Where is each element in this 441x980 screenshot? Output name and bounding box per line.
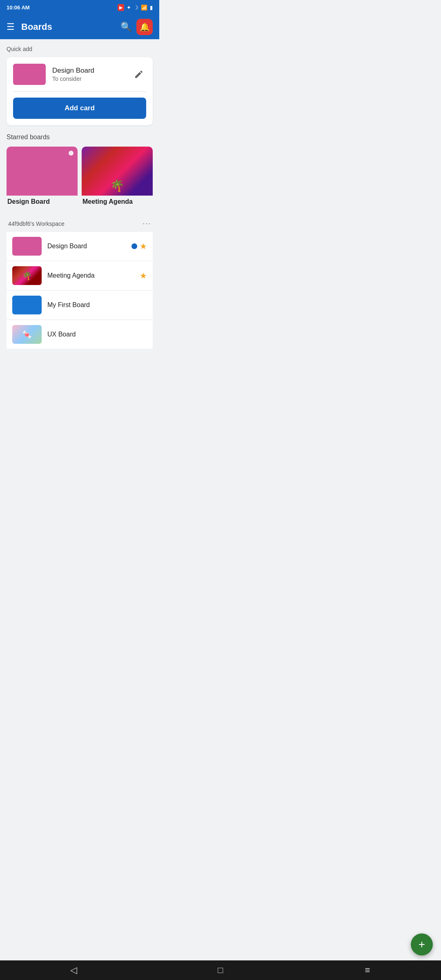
status-time: 10:06 AM [7, 4, 30, 11]
divider [13, 91, 146, 92]
workspace-header: 44f9dbf6's Workspace ··· [7, 214, 153, 232]
workspace-board-ux-name: UX Board [47, 331, 141, 338]
starred-board-design-dot [69, 151, 74, 156]
workspace-more-button[interactable]: ··· [143, 219, 151, 228]
workspace-section: 44f9dbf6's Workspace ··· Design Board ★ … [7, 214, 153, 349]
starred-boards-label: Starred boards [7, 134, 153, 141]
app-header: ☰ Boards 🔍 🔔 [0, 15, 159, 39]
workspace-board-meeting-badges: ★ [140, 271, 147, 281]
add-card-button[interactable]: Add card [13, 98, 146, 119]
notifications-button[interactable]: 🔔 [136, 19, 153, 35]
workspace-board-design-thumbnail [12, 237, 42, 256]
workspace-board-meeting[interactable]: 🌴 Meeting Agenda ★ [7, 261, 153, 290]
workspace-board-ux[interactable]: 🍬 UX Board [7, 320, 153, 349]
quick-add-board-thumbnail [13, 64, 46, 85]
workspace-board-design-name: Design Board [47, 243, 126, 250]
wifi-icon: 📶 [141, 4, 147, 11]
board-meeting-star-icon[interactable]: ★ [140, 271, 147, 281]
workspace-board-first-name: My First Board [47, 301, 141, 309]
quick-add-board-info: Design Board To consider [52, 67, 125, 82]
quick-add-board-list: To consider [52, 76, 125, 82]
starred-board-meeting-thumbnail: 🌴 [82, 147, 153, 196]
status-icons: ▶ ✦ ☽ 📶 ▮ [118, 4, 153, 11]
bluetooth-icon: ✦ [127, 4, 131, 11]
starred-board-meeting[interactable]: 🌴 Meeting Agenda [82, 147, 153, 205]
board-activity-dot [131, 243, 137, 249]
quick-add-board-item: Design Board To consider [13, 64, 146, 85]
quick-add-board-name: Design Board [52, 67, 125, 75]
workspace-board-first[interactable]: My First Board [7, 291, 153, 319]
starred-board-design-thumbnail [7, 147, 78, 196]
search-button[interactable]: 🔍 [120, 22, 131, 32]
workspace-board-ux-thumbnail: 🍬 [12, 325, 42, 344]
moon-icon: ☽ [134, 4, 138, 11]
workspace-board-meeting-thumbnail: 🌴 [12, 266, 42, 285]
battery-icon: ▮ [150, 4, 153, 11]
quick-add-card: Design Board To consider Add card [7, 57, 153, 125]
status-bar: 10:06 AM ▶ ✦ ☽ 📶 ▮ [0, 0, 159, 15]
starred-board-design[interactable]: Design Board [7, 147, 78, 205]
workspace-board-first-thumbnail [12, 296, 42, 314]
starred-board-meeting-name: Meeting Agenda [82, 198, 153, 205]
workspace-board-design-badges: ★ [131, 241, 147, 251]
video-call-icon: ▶ [118, 4, 124, 11]
starred-board-design-name: Design Board [7, 198, 78, 205]
main-content: Quick add Design Board To consider Add c… [0, 39, 159, 359]
page-title: Boards [21, 22, 120, 32]
workspace-board-meeting-name: Meeting Agenda [47, 272, 134, 279]
board-star-icon[interactable]: ★ [140, 241, 147, 251]
workspace-board-design[interactable]: Design Board ★ [7, 232, 153, 261]
quick-add-action-icon[interactable] [131, 67, 146, 82]
bell-icon: 🔔 [140, 22, 150, 32]
starred-boards-grid: Design Board 🌴 Meeting Agenda [7, 147, 153, 205]
menu-button[interactable]: ☰ [7, 22, 15, 32]
quick-add-label: Quick add [7, 46, 153, 52]
workspace-name: 44f9dbf6's Workspace [8, 220, 65, 227]
